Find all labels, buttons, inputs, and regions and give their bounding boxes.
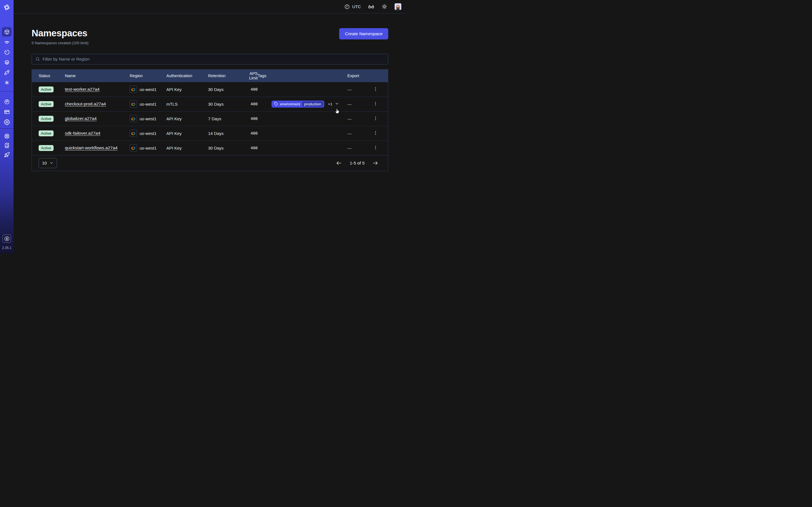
sidebar-item-insights[interactable] [2,37,11,47]
column-header: Authentication [166,73,208,78]
glasses-icon[interactable] [368,3,374,10]
sidebar-item-getting-started[interactable] [2,151,11,159]
tag-key: environment [280,102,300,106]
export-cell: — [347,116,370,121]
tag-pill[interactable]: environment production [271,101,324,108]
table-row: Active checkout-prod.a27a4 us-west1 mTLS… [32,97,388,111]
row-menu-button[interactable] [372,129,379,137]
previous-page-button[interactable] [336,160,342,166]
timezone-selector[interactable]: UTC [344,4,361,10]
sidebar-nav-primary [2,27,11,87]
page-size-select[interactable]: 10 [39,158,57,168]
search-icon [35,57,40,61]
sidebar: 2.35.1 [0,0,13,253]
column-header: APS Limit [240,71,258,80]
gcp-icon [130,86,137,93]
sidebar-item-deployments[interactable] [2,68,11,77]
page-content: Namespaces 5 Namespaces created (100 lim… [13,13,406,171]
table-body: Active test-worker.a27a4 us-west1 API Ke… [32,82,388,155]
region-label: us-west1 [140,116,156,121]
sun-icon[interactable] [382,4,388,10]
column-header: Export [347,73,370,78]
row-menu-button[interactable] [372,115,379,122]
page-size-value: 10 [42,161,47,165]
table-row: Active sdk-failover.a27a4 us-west1 API K… [32,126,388,140]
tags-cell: environment production +1 [258,101,347,108]
status-badge: Active [39,130,54,136]
column-header: Region [130,73,166,78]
gcp-icon [130,100,137,108]
status-badge: Active [39,145,54,151]
column-header: Tags [258,73,347,78]
page-subtitle: 5 Namespaces created (100 limit) [32,41,89,45]
gcp-icon [130,129,137,137]
authentication-cell: API Key [166,87,208,92]
region-label: us-west1 [140,87,156,92]
namespace-link[interactable]: quickstart-workflows.a27a4 [65,145,117,151]
sidebar-item-docs[interactable] [2,141,11,150]
export-cell: — [347,131,370,136]
sidebar-item-namespaces[interactable] [2,27,11,37]
region-label: us-west1 [140,102,156,107]
authentication-cell: mTLS [166,102,208,107]
namespace-link[interactable]: checkout-prod.a27a4 [65,101,106,107]
create-namespace-button[interactable]: Create Namespace [339,28,388,40]
aps-limit-cell: 400 [240,116,258,121]
column-header: Status [39,73,65,78]
user-avatar[interactable] [395,3,402,10]
sidebar-item-services[interactable] [2,78,11,87]
filter-input[interactable] [43,57,385,61]
namespace-link[interactable]: test-worker.a27a4 [65,87,100,92]
gcp-icon [130,115,137,122]
tag-value: production [302,101,323,107]
export-cell: — [347,87,370,92]
badge-dollar-icon [4,236,10,241]
table-header: StatusNameRegionAuthenticationRetentionA… [32,69,388,82]
sidebar-item-metrics[interactable] [2,97,11,107]
aps-limit-cell: 400 [240,131,258,135]
row-menu-button[interactable] [372,86,379,93]
sidebar-item-environments[interactable] [2,57,11,67]
sidebar-item-billing[interactable] [2,107,11,117]
region-label: us-west1 [140,131,156,136]
export-cell: — [347,146,370,151]
retention-cell: 30 Days [208,87,240,92]
page-title: Namespaces [32,27,89,39]
sidebar-item-support[interactable] [2,132,11,140]
retention-cell: 30 Days [208,102,240,107]
table-row: Active test-worker.a27a4 us-west1 API Ke… [32,82,388,97]
authentication-cell: API Key [166,116,208,121]
tag-icon [274,102,278,106]
authentication-cell: API Key [166,131,208,136]
table-footer: 10 1-5 of 5 [32,155,388,171]
aps-limit-cell: 400 [240,146,258,150]
aps-limit-cell: 400 [240,102,258,106]
sidebar-nav-tertiary [2,132,11,159]
authentication-cell: API Key [166,146,208,151]
namespace-link[interactable]: globalizer.a27a4 [65,116,97,121]
status-badge: Active [39,101,54,107]
sidebar-expand-button[interactable] [4,17,9,22]
app-version: 2.35.1 [2,246,11,250]
sidebar-item-usage[interactable] [2,47,11,57]
temporal-logo-icon [3,4,10,11]
main-area: UTC Namespaces 5 Namespaces created (100… [13,0,406,253]
next-page-button[interactable] [372,160,378,166]
sidebar-nav-secondary [2,97,11,127]
status-badge: Active [39,87,54,93]
topbar: UTC [13,0,406,13]
row-menu-button[interactable] [372,100,379,108]
credits-button[interactable] [3,234,11,243]
retention-cell: 30 Days [208,146,240,151]
namespaces-table: StatusNameRegionAuthenticationRetentionA… [32,69,388,171]
filter-bar [32,54,388,64]
sidebar-item-settings[interactable] [2,117,11,127]
tags-expand-button[interactable] [335,101,340,107]
row-menu-button[interactable] [372,144,379,152]
namespace-link[interactable]: sdk-failover.a27a4 [65,131,100,136]
timezone-label: UTC [352,4,361,9]
aps-limit-cell: 400 [240,87,258,92]
column-header: Name [65,73,130,78]
chevron-down-icon [49,161,54,165]
retention-cell: 7 Days [208,116,240,121]
